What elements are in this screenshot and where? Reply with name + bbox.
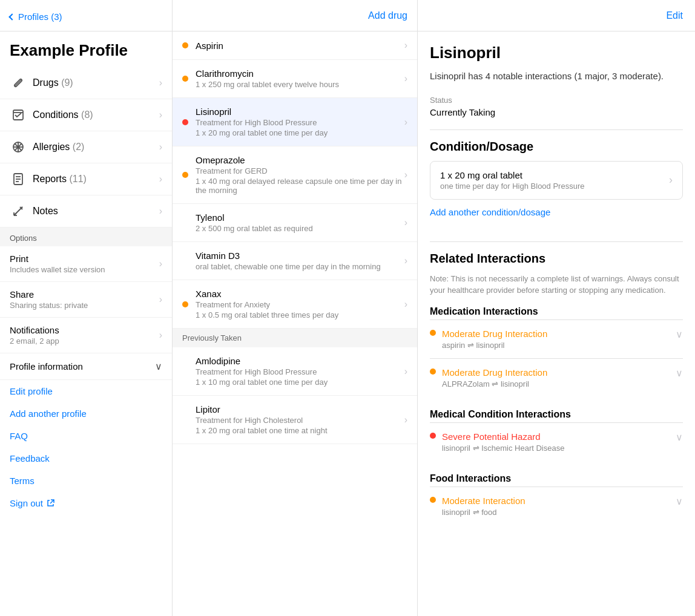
- drug-item-clarithromycin[interactable]: Clarithromycin 1 x 250 mg oral tablet ev…: [173, 60, 417, 98]
- left-panel: Profiles (3) Example Profile Drugs (9) ›…: [0, 0, 173, 616]
- profile-info-chevron-icon: ∨: [155, 361, 162, 372]
- aspirin-name: Aspirin: [196, 41, 404, 51]
- amlodipine-name: Amlodipine: [196, 356, 404, 366]
- interaction-mod2[interactable]: Moderate Drug Interaction ALPRAZolam ⇌ l…: [430, 358, 683, 397]
- right-panel: Edit Lisinopril Lisinopril has 4 notable…: [418, 0, 695, 616]
- food1-chevron-icon: ∨: [676, 496, 683, 507]
- omeprazole-detail2: 1 x 40 mg oral delayed release capsule o…: [196, 177, 404, 195]
- drug-item-amlodipine[interactable]: Amlodipine Treatment for High Blood Pres…: [173, 347, 417, 396]
- conditions-chevron-icon: ›: [159, 110, 162, 120]
- add-condition-link[interactable]: Add another condition/dosage: [430, 207, 550, 217]
- lipitor-chevron-icon: ›: [404, 414, 407, 425]
- middle-panel: Add drug Aspirin › Clarithromycin 1 x 25…: [173, 0, 418, 616]
- feedback-link[interactable]: Feedback: [10, 453, 50, 464]
- option-print[interactable]: Print Includes wallet size version ›: [0, 246, 172, 282]
- mod2-sub: ALPRAZolam ⇌ lisinopril: [442, 379, 671, 388]
- notes-chevron-icon: ›: [159, 206, 162, 217]
- print-chevron-icon: ›: [159, 258, 162, 269]
- sev1-dot: [430, 433, 436, 439]
- allergies-chevron-icon: ›: [159, 142, 162, 152]
- edit-profile-item[interactable]: Edit profile: [0, 380, 172, 402]
- drug-status-section: Status Currently Taking: [430, 96, 683, 117]
- terms-item[interactable]: Terms: [0, 470, 172, 492]
- add-another-profile-item[interactable]: Add another profile: [0, 402, 172, 425]
- sign-out-item[interactable]: Sign out: [0, 492, 172, 514]
- drug-item-lipitor[interactable]: Lipitor Treatment for High Cholesterol 1…: [173, 396, 417, 444]
- terms-link[interactable]: Terms: [10, 476, 35, 486]
- left-header: Profiles (3): [0, 0, 172, 31]
- lisinopril-detail1: Treatment for High Blood Pressure: [196, 118, 404, 127]
- add-drug-button[interactable]: Add drug: [368, 10, 407, 21]
- external-link-icon: [47, 499, 54, 507]
- conditions-icon: [10, 106, 27, 123]
- drug-detail-title: Lisinopril: [430, 44, 683, 62]
- drug-item-tylenol[interactable]: Tylenol 2 x 500 mg oral tablet as requir…: [173, 204, 417, 242]
- drug-item-vitamind3[interactable]: Vitamin D3 oral tablet, chewable one tim…: [173, 242, 417, 280]
- mod1-sub: aspirin ⇌ lisinopril: [442, 341, 671, 350]
- right-content: Lisinopril Lisinopril has 4 notable inte…: [418, 31, 695, 537]
- omeprazole-name: Omeprazole: [196, 155, 404, 165]
- back-link[interactable]: Profiles (3): [10, 11, 62, 22]
- sev1-chevron-icon: ∨: [676, 431, 683, 443]
- reports-label: Reports (11): [33, 174, 159, 185]
- medication-interactions-title: Medication Interactions: [430, 306, 683, 317]
- drug-item-omeprazole[interactable]: Omeprazole Treatment for GERD 1 x 40 mg …: [173, 146, 417, 204]
- clarithromycin-chevron-icon: ›: [404, 73, 407, 84]
- share-sub: Sharing status: private: [10, 301, 159, 310]
- sidebar-item-conditions[interactable]: Conditions (8) ›: [0, 99, 172, 131]
- mod1-chevron-icon: ∨: [676, 329, 683, 340]
- interaction-food1[interactable]: Moderate Interaction lisinopril ⇌ food ∨: [430, 487, 683, 525]
- share-title: Share: [10, 289, 159, 300]
- lipitor-detail1: Treatment for High Cholesterol: [196, 416, 404, 425]
- conditions-label: Conditions (8): [33, 110, 159, 120]
- sidebar-item-drugs[interactable]: Drugs (9) ›: [0, 67, 172, 99]
- drug-item-aspirin[interactable]: Aspirin ›: [173, 31, 417, 60]
- tylenol-chevron-icon: ›: [404, 217, 407, 228]
- mod2-dot: [430, 369, 436, 375]
- lisinopril-status-dot: [182, 119, 188, 125]
- xanax-detail1: Treatment for Anxiety: [196, 300, 404, 309]
- reports-icon: [10, 171, 27, 188]
- faq-item[interactable]: FAQ: [0, 425, 172, 447]
- drug-item-lisinopril[interactable]: Lisinopril Treatment for High Blood Pres…: [173, 98, 417, 146]
- mod1-dot: [430, 330, 436, 336]
- lisinopril-detail2: 1 x 20 mg oral tablet one time per day: [196, 128, 404, 137]
- xanax-chevron-icon: ›: [404, 299, 407, 310]
- tylenol-detail: 2 x 500 mg oral tablet as required: [196, 224, 404, 233]
- vitamind3-chevron-icon: ›: [404, 255, 407, 266]
- profile-info-header[interactable]: Profile information ∨: [0, 353, 172, 380]
- food-interactions-title: Food Interactions: [430, 473, 683, 484]
- interaction-mod1[interactable]: Moderate Drug Interaction aspirin ⇌ lisi…: [430, 319, 683, 358]
- drug-item-xanax[interactable]: Xanax Treatment for Anxiety 1 x 0.5 mg o…: [173, 280, 417, 329]
- drugs-chevron-icon: ›: [159, 77, 162, 88]
- sidebar-item-notes[interactable]: Notes ›: [0, 195, 172, 228]
- option-notifications[interactable]: Notifications 2 email, 2 app ›: [0, 318, 172, 353]
- amlodipine-detail1: Treatment for High Blood Pressure: [196, 367, 404, 376]
- vitamind3-name: Vitamin D3: [196, 251, 404, 261]
- status-value: Currently Taking: [430, 107, 683, 117]
- faq-link[interactable]: FAQ: [10, 431, 28, 441]
- edit-button[interactable]: Edit: [666, 10, 683, 21]
- allergies-icon: [10, 139, 27, 156]
- notes-label: Notes: [33, 206, 159, 217]
- notes-icon: [10, 203, 27, 220]
- omeprazole-detail1: Treatment for GERD: [196, 166, 404, 175]
- xanax-detail2: 1 x 0.5 mg oral tablet three times per d…: [196, 310, 404, 319]
- edit-profile-link[interactable]: Edit profile: [10, 386, 53, 396]
- add-another-profile-link[interactable]: Add another profile: [10, 408, 87, 419]
- notifications-sub: 2 email, 2 app: [10, 336, 159, 346]
- interaction-sev1[interactable]: Severe Potential Hazard lisinopril ⇌ Isc…: [430, 422, 683, 461]
- clarithromycin-detail: 1 x 250 mg oral tablet every twelve hour…: [196, 80, 404, 89]
- back-label: Profiles (3): [18, 11, 62, 22]
- sidebar-item-reports[interactable]: Reports (11) ›: [0, 163, 172, 195]
- lisinopril-chevron-icon: ›: [404, 117, 407, 128]
- feedback-item[interactable]: Feedback: [0, 447, 172, 470]
- medical-condition-title: Medical Condition Interactions: [430, 409, 683, 420]
- related-interactions-title: Related Interactions: [430, 252, 683, 266]
- dosage-box[interactable]: 1 x 20 mg oral tablet one time per day f…: [430, 161, 683, 200]
- notifications-title: Notifications: [10, 325, 159, 335]
- svg-rect-2: [13, 110, 23, 120]
- sidebar-item-allergies[interactable]: Allergies (2) ›: [0, 131, 172, 163]
- pill-icon: [10, 74, 27, 91]
- option-share[interactable]: Share Sharing status: private ›: [0, 282, 172, 318]
